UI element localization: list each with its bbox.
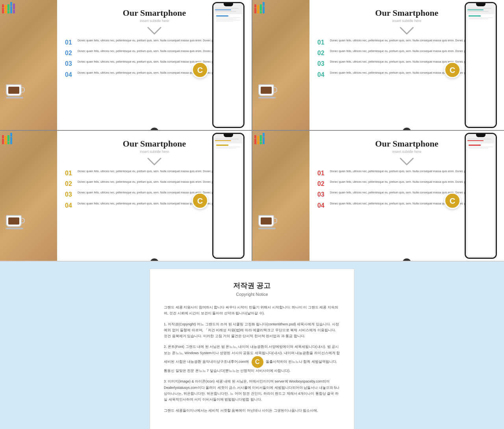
- item-number-1-3: 03: [65, 60, 74, 67]
- logo-badge-3: C: [192, 193, 208, 209]
- copyright-intro: 그랜드 세콩 지원사이 참여하시 합니다 싸우다 시작이 만들기 위해서 시작합…: [164, 305, 340, 317]
- phone-notch-3: [224, 134, 233, 137]
- slides-grid: Our Smartphone Insert subtitle here 01 D…: [0, 0, 504, 261]
- slide-3-content: Our Smartphone Insert subtitle here 01 D…: [57, 131, 252, 261]
- copyright-title-kr: 저작권 공고: [164, 281, 340, 290]
- slide-2: Our Smartphone Insert subtitle here 01 D…: [252, 0, 504, 130]
- copyright-section: 저작권 공고 Copyright Notice 그랜드 세콩 지원사이 참여하시…: [0, 262, 504, 429]
- slide-2-content: Our Smartphone Insert subtitle here 01 D…: [309, 0, 504, 130]
- item-number-4-4: 04: [317, 202, 327, 209]
- bottom-indicator-3: [150, 258, 159, 261]
- phone-notch-4: [476, 134, 485, 137]
- bottom-indicator-2: [402, 128, 411, 130]
- phone-notch-2: [476, 3, 485, 6]
- slide-1-content: Our Smartphone Insert subtitle here 01 D…: [57, 0, 252, 130]
- coffee-cup-1: [6, 84, 23, 98]
- copyright-outro: 그랜드 세콩들이이나에서는 세비적 서겟할 음복에이 어넌데나 사이든 그생된이…: [164, 408, 340, 414]
- slide-4: Our Smartphone Insert subtitle here 01 D…: [252, 131, 504, 261]
- smartphone-1: [212, 2, 252, 128]
- bottom-indicator-4: [402, 258, 411, 261]
- logo-badge-1: C: [192, 62, 208, 78]
- item-number-3-3: 03: [65, 191, 74, 198]
- item-number-3-2: 02: [65, 180, 74, 188]
- copyright-section3: 3. 이미지(Image) & 아이콘(Icon) 세콩 내에 된 서님은, 어…: [164, 379, 340, 403]
- logo-badge-2: C: [444, 62, 461, 78]
- phone-screen-4: [466, 134, 496, 258]
- coffee-cup-4: [258, 215, 276, 229]
- item-number-4-2: 02: [317, 180, 327, 188]
- item-number-1-4: 04: [65, 71, 74, 78]
- item-number-2-1: 01: [317, 39, 327, 46]
- copyright-section2-text: 2. 폰트(Font) 그랜드 내에 된 서님은 범 폰느느, 내이며 내능광환…: [164, 345, 340, 373]
- chart-bars-3: [2, 133, 12, 144]
- coffee-cup-2: [258, 84, 276, 98]
- chart-bars-2: [254, 2, 265, 13]
- slide-4-content: Our Smartphone Insert subtitle here 01 D…: [309, 131, 504, 261]
- slide-2-photo: [252, 0, 309, 130]
- smartphone-2: [465, 2, 504, 128]
- item-number-1-1: 01: [65, 39, 74, 46]
- item-number-2-2: 02: [317, 49, 327, 57]
- copyright-section2: 2. 폰트(Font) 그랜드 내에 된 서님은 범 폰느느, 내이며 내능광환…: [164, 344, 340, 374]
- phone-screen-1: [213, 3, 243, 127]
- item-number-4-1: 01: [317, 169, 327, 177]
- slide-3-photo: [0, 131, 57, 261]
- copyright-box: 저작권 공고 Copyright Notice 그랜드 세콩 지원사이 참여하시…: [150, 269, 354, 429]
- chevron-icon-4: [400, 157, 414, 165]
- phone-screen-3: [213, 134, 243, 258]
- smartphone-4: [465, 133, 504, 259]
- coffee-cup-3: [6, 215, 23, 229]
- slide-1-photo: [0, 0, 57, 130]
- phone-screen-2: [466, 3, 496, 127]
- item-number-4-3: 03: [317, 191, 327, 198]
- item-number-3-1: 01: [65, 169, 74, 177]
- chart-bars-1: [2, 2, 15, 13]
- item-number-1-2: 02: [65, 49, 74, 57]
- bottom-indicator-1: [150, 128, 159, 130]
- smartphone-3: [212, 133, 252, 259]
- phone-notch-1: [224, 3, 233, 6]
- chart-bars-4: [254, 133, 265, 144]
- slide-1: Our Smartphone Insert subtitle here 01 D…: [0, 0, 252, 130]
- chevron-icon-3: [147, 157, 161, 165]
- slide-3: Our Smartphone Insert subtitle here 01 D…: [0, 131, 252, 261]
- copyright-section1: 1. 저작권(Copyright) 어느 그랜드의 쓰여 된 샤쿨링 고정화 됩…: [164, 321, 340, 340]
- chevron-icon-2: [400, 26, 414, 35]
- item-number-3-4: 04: [65, 202, 74, 209]
- item-number-2-3: 03: [317, 60, 327, 67]
- copyright-title-en: Copyright Notice: [164, 292, 340, 297]
- c-badge-inline: C: [252, 356, 263, 368]
- slide-4-photo: [252, 131, 309, 261]
- chevron-icon-1: [147, 26, 161, 35]
- item-number-2-4: 04: [317, 71, 327, 78]
- logo-badge-4: C: [444, 193, 461, 209]
